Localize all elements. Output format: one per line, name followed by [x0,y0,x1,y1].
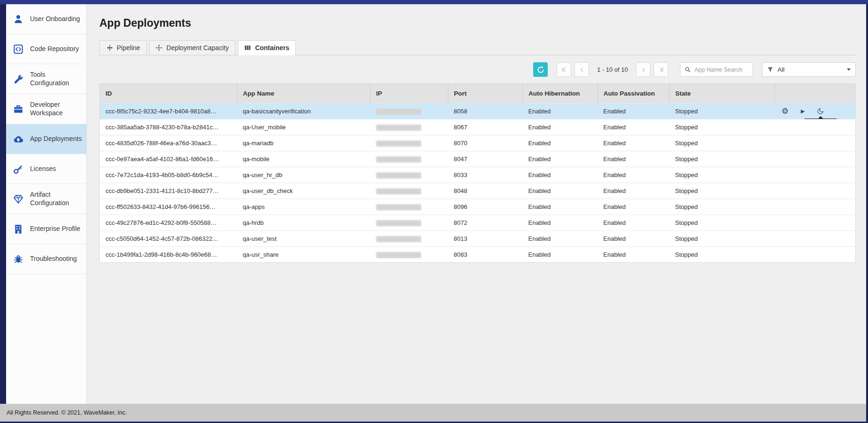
cell-port: 8048 [448,183,523,199]
sidebar-item-artifact-configuration[interactable]: Artifact Configuration [6,184,86,214]
filter-value: All [777,66,785,73]
gear-icon[interactable]: ⚙ [782,107,789,115]
cell-port: 8047 [448,151,523,167]
cell-id: ccc-49c27876-ed1c-4292-b0f8-550588… [100,215,237,231]
cell-ip [370,199,448,215]
table-row[interactable]: ccc-0e97aea4-a5af-4102-86a1-fd60e16… qa-… [100,151,856,167]
table-row[interactable]: ccc-49c27876-ed1c-4292-b0f8-550588… qa-h… [100,215,856,231]
containers-table-wrap: IDApp NameIPPortAuto HibernationAuto Pas… [99,83,856,263]
cell-state: Stopped [670,231,775,247]
column-header-auto-hibernation: Auto Hibernation [523,84,598,104]
cell-auto-passivation: Enabled [598,135,670,151]
cell-ip [370,104,448,119]
cell-auto-hibernation: Enabled [523,135,598,151]
column-header-actions [775,84,856,104]
cell-ip [370,247,448,263]
ip-redacted-value [376,204,421,210]
search-input[interactable] [694,66,748,74]
cell-ip [370,151,448,167]
first-page-icon [561,67,567,73]
app-window: User Onboarding Code Repository Tools Co… [6,4,866,404]
tab-pipeline[interactable]: Pipeline [99,40,147,55]
footer-text: All Rights Reserved. © 2021, WaveMaker, … [7,409,127,416]
cell-port: 8033 [448,167,523,183]
cell-actions [775,167,856,183]
sidebar-item-developer-workspace[interactable]: Developer Workspace [6,94,86,124]
table-row[interactable]: ccc-385aa5ab-3788-4230-b78a-b2841c… qa-U… [100,119,856,135]
next-page-button[interactable] [636,62,650,77]
cell-auto-hibernation: Enabled [523,199,598,215]
filter-dropdown[interactable]: All [762,62,856,77]
cell-id: ccc-c5050d64-1452-4c57-872b-086322… [100,231,237,247]
cell-app-name: qa-usr_share [237,247,370,263]
cell-state: Stopped [670,119,775,135]
sidebar-item-licenses[interactable]: Licenses [6,154,86,184]
sidebar: User Onboarding Code Repository Tools Co… [6,4,87,404]
first-page-button[interactable] [557,62,571,77]
tab-label: Containers [255,44,289,52]
cell-ip [370,215,448,231]
cell-id: ccc-db9be051-2331-4121-8c10-8bd277… [100,183,237,199]
prev-page-button[interactable] [574,62,589,77]
app-name-search-box [680,62,753,77]
funnel-icon [767,67,773,73]
cell-auto-hibernation: Enabled [523,183,598,199]
cell-ip [370,119,448,135]
cell-auto-hibernation: Enabled [523,104,598,119]
ip-redacted-value [376,236,421,242]
sidebar-item-app-deployments[interactable]: App Deployments [6,124,86,154]
table-row[interactable]: ccc-f85c75c2-9232-4ee7-b404-9810a8… qa-b… [100,104,856,119]
sidebar-item-troubleshooting[interactable]: Troubleshooting [6,244,86,274]
cell-app-name: qa-basicsanityverification [237,104,370,119]
tab-label: Pipeline [117,44,140,52]
cell-actions [775,119,856,135]
play-icon[interactable]: ▶ [801,109,805,114]
table-head-row: IDApp NameIPPortAuto HibernationAuto Pas… [100,84,856,104]
cell-auto-passivation: Enabled [598,104,670,119]
sidebar-item-label: Developer Workspace [30,101,83,117]
cell-port: 8083 [448,247,523,263]
sidebar-item-label: Tools Configuration [30,71,83,87]
cell-state: Stopped [670,247,775,263]
sidebar-item-label: Enterprise Profile [30,225,80,233]
ip-redacted-value [376,252,421,258]
gem-icon [13,193,24,205]
last-page-icon [658,67,664,73]
last-page-button[interactable] [654,62,668,77]
cell-actions [775,151,856,167]
refresh-button[interactable] [533,62,548,77]
sidebar-item-code-repository[interactable]: Code Repository [6,34,86,64]
cell-auto-passivation: Enabled [598,215,670,231]
table-row[interactable]: ccc-c5050d64-1452-4c57-872b-086322… qa-u… [100,231,856,247]
ip-redacted-value [376,109,421,115]
sidebar-item-label: Troubleshooting [30,255,77,263]
table-row[interactable]: ccc-1b499fa1-2d98-416b-8c4b-960e68… qa-u… [100,247,856,263]
cell-app-name: qa-user_db_check [237,183,370,199]
cell-id: ccc-ff502633-8432-41d4-97b6-996156… [100,199,237,215]
refresh-icon [537,66,544,74]
cell-port: 8058 [448,104,523,119]
cell-app-name: qa-apps [237,199,370,215]
cell-state: Stopped [670,151,775,167]
ip-redacted-value [376,141,421,147]
cell-actions: ⚙▶Passivate [775,104,856,119]
tab-containers[interactable]: Containers [238,40,296,55]
containers-table: IDApp NameIPPortAuto HibernationAuto Pas… [99,83,856,263]
table-row[interactable]: ccc-ff502633-8432-41d4-97b6-996156… qa-a… [100,199,856,215]
table-row[interactable]: ccc-4835d026-788f-46ea-a76d-30aac3… qa-m… [100,135,856,151]
cell-app-name: qa-User_mobile [237,119,370,135]
sidebar-item-enterprise-profile[interactable]: Enterprise Profile [6,214,86,244]
footer: All Rights Reserved. © 2021, WaveMaker, … [0,404,866,422]
moon-icon[interactable]: Passivate [817,108,824,115]
table-row[interactable]: ccc-7e72c1da-4193-4b05-b8d0-6b9c54… qa-u… [100,167,856,183]
sidebar-item-user-onboarding[interactable]: User Onboarding [6,4,86,34]
cell-id: ccc-f85c75c2-9232-4ee7-b404-9810a8… [100,104,237,119]
cell-id: ccc-7e72c1da-4193-4b05-b8d0-6b9c54… [100,167,237,183]
ip-redacted-value [376,188,421,194]
sidebar-item-tools-configuration[interactable]: Tools Configuration [6,64,86,94]
next-page-icon [640,67,647,73]
cell-actions [775,135,856,151]
tab-deployment-capacity[interactable]: Deployment Capacity [149,40,235,55]
table-row[interactable]: ccc-db9be051-2331-4121-8c10-8bd277… qa-u… [100,183,856,199]
cell-auto-passivation: Enabled [598,247,670,263]
